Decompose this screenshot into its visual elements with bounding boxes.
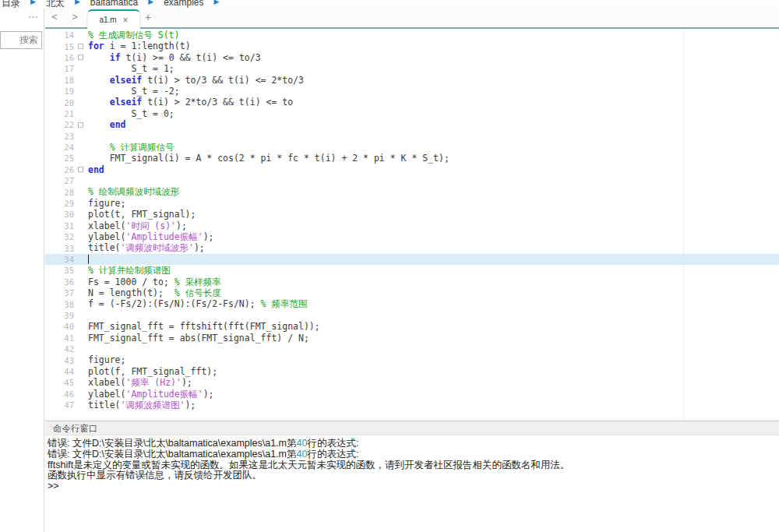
code-line[interactable]: 23: [45, 131, 779, 142]
code-text: plot(f, FMT_signal_fft);: [86, 366, 217, 377]
code-text: % 计算并绘制频谱图: [86, 265, 171, 276]
code-line[interactable]: 16 if t(i) >= 0 && t(i) <= to/3: [45, 52, 779, 63]
search-input[interactable]: 搜索: [0, 31, 42, 49]
fold-marker-icon[interactable]: [78, 55, 83, 60]
code-editor[interactable]: 14% 生成调制信号 S(t)15for i = 1:length(t)16 i…: [45, 29, 779, 421]
breadcrumb-arrow-icon[interactable]: ▶: [214, 0, 220, 5]
line-number: 28: [45, 188, 74, 197]
console-line: 错误: 文件D:\安装目录\北太\baltamatica\examples\a1…: [48, 439, 776, 449]
code-line[interactable]: 28% 绘制调频波时域波形: [45, 186, 779, 197]
breadcrumb-arrow-icon[interactable]: ▶: [75, 0, 80, 5]
code-text: % 绘制调频波时域波形: [86, 186, 179, 197]
code-text: end: [86, 119, 125, 130]
code-line[interactable]: 37N = length(t); % 信号长度: [45, 287, 779, 298]
breadcrumb-arrow-icon[interactable]: ▶: [30, 0, 36, 5]
code-line[interactable]: 14% 生成调制信号 S(t): [45, 30, 779, 41]
code-line[interactable]: 44plot(f, FMT_signal_fft);: [45, 366, 779, 377]
line-number: 22: [45, 120, 74, 129]
line-number: 34: [45, 255, 74, 264]
line-number: 43: [45, 356, 74, 365]
code-text: figure;: [86, 198, 125, 209]
code-text: % 计算调频信号: [86, 142, 174, 153]
file-browser-sidebar: ⋯ 搜索: [0, 9, 44, 532]
code-line[interactable]: 19 S_t = -2;: [45, 86, 779, 97]
fold-marker-slot: [74, 122, 86, 128]
code-line[interactable]: 18 elseif t(i) > to/3 && t(i) <= 2*to/3: [45, 75, 779, 86]
code-line[interactable]: 45xlabel('频率 (Hz)');: [45, 377, 779, 388]
code-text: for i = 1:length(t): [86, 41, 191, 51]
code-line[interactable]: 25 FMT_signal(i) = A * cos(2 * pi * fc *…: [45, 153, 779, 164]
line-number: 30: [45, 210, 74, 219]
code-text: figure;: [86, 354, 125, 365]
breadcrumb-arrow-icon[interactable]: ▶: [148, 0, 153, 5]
code-line[interactable]: 36Fs = 1000 / to; % 采样频率: [45, 277, 779, 287]
code-line[interactable]: 29figure;: [45, 198, 779, 209]
code-line[interactable]: 24 % 计算调频信号: [45, 142, 779, 153]
line-number: 29: [45, 199, 74, 208]
line-number: 41: [45, 333, 74, 343]
code-text: xlabel('频率 (Hz)');: [86, 377, 192, 388]
add-tab-icon[interactable]: +: [145, 11, 151, 23]
breadcrumb-item[interactable]: 北太: [46, 0, 65, 9]
code-line[interactable]: 40FMT_signal_fft = fftshift(fft(FMT_sign…: [45, 321, 779, 332]
code-text: elseif t(i) > 2*to/3 && t(i) <= to: [86, 97, 293, 107]
more-options-icon[interactable]: ⋯: [28, 11, 39, 23]
breadcrumb-item[interactable]: baltamatica: [90, 0, 138, 8]
code-text: f = (-Fs/2):(Fs/N):(Fs/2-Fs/N); % 频率范围: [86, 298, 307, 309]
code-line[interactable]: 46ylabel('Amplitude振幅');: [45, 389, 779, 400]
tab-label: a1.m: [99, 16, 116, 24]
breadcrumb-item[interactable]: 目录: [2, 0, 20, 9]
code-line[interactable]: 27: [45, 175, 779, 186]
code-line[interactable]: 47title('调频波频谱图');: [45, 400, 779, 410]
line-number: 46: [45, 389, 74, 399]
code-line[interactable]: 43figure;: [45, 354, 779, 365]
code-lines: 14% 生成调制信号 S(t)15for i = 1:length(t)16 i…: [45, 29, 779, 410]
close-icon[interactable]: ×: [123, 15, 129, 26]
code-line[interactable]: 42: [45, 344, 779, 354]
line-number: 47: [45, 400, 74, 410]
code-line[interactable]: 15for i = 1:length(t): [45, 41, 779, 51]
console-line: fftshift是未定义的变量或暂未实现的函数。如果这是北太天元暂未实现的函数，…: [48, 460, 776, 471]
line-number: 16: [45, 53, 74, 62]
tab-nav-forward-icon[interactable]: >: [69, 11, 80, 23]
code-line-current[interactable]: 34: [45, 254, 779, 265]
fold-marker-icon[interactable]: [78, 44, 83, 49]
code-line[interactable]: 22 end: [45, 119, 779, 130]
code-text: elseif t(i) > to/3 && t(i) <= 2*to/3: [86, 75, 304, 86]
code-line[interactable]: 26end: [45, 164, 779, 175]
code-line[interactable]: 35% 计算并绘制频谱图: [45, 265, 779, 276]
code-text: N = length(t); % 信号长度: [86, 287, 221, 298]
code-line[interactable]: 21 S_t = 0;: [45, 108, 779, 119]
code-line[interactable]: 31xlabel('时间 (s)');: [45, 220, 779, 231]
fold-marker-icon[interactable]: [78, 122, 83, 128]
fold-marker-icon[interactable]: [78, 167, 83, 172]
baltamatica-window: 目录▶北太▶baltamatica▶examples▶ ⋯ 搜索 < > a1.…: [0, 0, 779, 532]
code-line[interactable]: 39: [45, 310, 779, 321]
line-number: 35: [45, 266, 74, 275]
code-text: FMT_signal_fft = fftshift(fft(FMT_signal…: [86, 321, 320, 332]
line-number: 23: [45, 132, 74, 141]
code-text: xlabel('时间 (s)');: [86, 220, 187, 231]
breadcrumb-item[interactable]: examples: [164, 0, 203, 8]
line-number: 18: [45, 76, 74, 85]
tab-nav-back-icon[interactable]: <: [49, 11, 60, 23]
code-line[interactable]: 17 S_t = 1;: [45, 63, 779, 74]
code-text: S_t = 1;: [86, 63, 174, 74]
command-window-output[interactable]: 错误: 文件D:\安装目录\北太\baltamatica\examples\a1…: [45, 435, 779, 492]
tab-a1m[interactable]: a1.m ×: [87, 9, 140, 29]
code-text: plot(t, FMT_signal);: [86, 209, 196, 220]
line-number: 32: [45, 232, 74, 241]
code-line[interactable]: 33title('调频波时域波形');: [45, 242, 779, 253]
code-line[interactable]: 38f = (-Fs/2):(Fs/N):(Fs/2-Fs/N); % 频率范围: [45, 298, 779, 309]
line-number: 36: [45, 277, 74, 287]
code-line[interactable]: 20 elseif t(i) > 2*to/3 && t(i) <= to: [45, 97, 779, 107]
code-line[interactable]: 41FMT_signal_fft = abs(FMT_signal_fft) /…: [45, 333, 779, 344]
line-number: 39: [45, 311, 74, 320]
code-text: ylabel('Amplitude振幅');: [86, 231, 214, 242]
line-number: 38: [45, 300, 74, 309]
line-number: 44: [45, 367, 74, 376]
code-text: S_t = 0;: [86, 108, 174, 119]
code-line[interactable]: 30plot(t, FMT_signal);: [45, 209, 779, 220]
code-line[interactable]: 32ylabel('Amplitude振幅');: [45, 231, 779, 242]
console-line: 函数执行中显示有错误信息，请反馈给开发团队。: [48, 470, 776, 481]
